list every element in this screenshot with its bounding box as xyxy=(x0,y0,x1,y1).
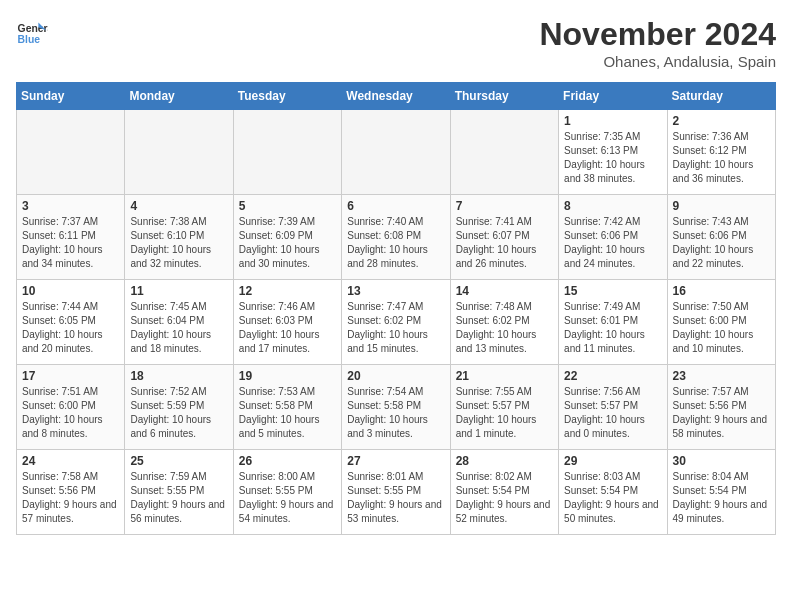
day-info: Sunrise: 7:57 AMSunset: 5:56 PMDaylight:… xyxy=(673,385,770,441)
day-number: 11 xyxy=(130,284,227,298)
col-header-sunday: Sunday xyxy=(17,83,125,110)
day-info: Sunrise: 7:46 AMSunset: 6:03 PMDaylight:… xyxy=(239,300,336,356)
day-number: 27 xyxy=(347,454,444,468)
day-info: Sunrise: 7:35 AMSunset: 6:13 PMDaylight:… xyxy=(564,130,661,186)
header-row: SundayMondayTuesdayWednesdayThursdayFrid… xyxy=(17,83,776,110)
calendar-cell: 10Sunrise: 7:44 AMSunset: 6:05 PMDayligh… xyxy=(17,280,125,365)
calendar-cell: 12Sunrise: 7:46 AMSunset: 6:03 PMDayligh… xyxy=(233,280,341,365)
col-header-friday: Friday xyxy=(559,83,667,110)
col-header-monday: Monday xyxy=(125,83,233,110)
day-info: Sunrise: 7:36 AMSunset: 6:12 PMDaylight:… xyxy=(673,130,770,186)
day-number: 6 xyxy=(347,199,444,213)
day-number: 20 xyxy=(347,369,444,383)
day-number: 7 xyxy=(456,199,553,213)
day-number: 23 xyxy=(673,369,770,383)
day-info: Sunrise: 7:40 AMSunset: 6:08 PMDaylight:… xyxy=(347,215,444,271)
calendar-cell: 29Sunrise: 8:03 AMSunset: 5:54 PMDayligh… xyxy=(559,450,667,535)
week-row-5: 24Sunrise: 7:58 AMSunset: 5:56 PMDayligh… xyxy=(17,450,776,535)
calendar-cell xyxy=(125,110,233,195)
day-number: 13 xyxy=(347,284,444,298)
day-number: 30 xyxy=(673,454,770,468)
calendar-cell xyxy=(342,110,450,195)
day-info: Sunrise: 8:03 AMSunset: 5:54 PMDaylight:… xyxy=(564,470,661,526)
day-number: 12 xyxy=(239,284,336,298)
calendar-cell: 18Sunrise: 7:52 AMSunset: 5:59 PMDayligh… xyxy=(125,365,233,450)
day-info: Sunrise: 7:50 AMSunset: 6:00 PMDaylight:… xyxy=(673,300,770,356)
day-number: 17 xyxy=(22,369,119,383)
day-number: 10 xyxy=(22,284,119,298)
week-row-3: 10Sunrise: 7:44 AMSunset: 6:05 PMDayligh… xyxy=(17,280,776,365)
day-number: 4 xyxy=(130,199,227,213)
calendar-cell: 2Sunrise: 7:36 AMSunset: 6:12 PMDaylight… xyxy=(667,110,775,195)
calendar-cell: 4Sunrise: 7:38 AMSunset: 6:10 PMDaylight… xyxy=(125,195,233,280)
calendar-cell: 16Sunrise: 7:50 AMSunset: 6:00 PMDayligh… xyxy=(667,280,775,365)
calendar-cell: 24Sunrise: 7:58 AMSunset: 5:56 PMDayligh… xyxy=(17,450,125,535)
logo: General Blue xyxy=(16,16,48,48)
day-number: 2 xyxy=(673,114,770,128)
day-number: 19 xyxy=(239,369,336,383)
week-row-1: 1Sunrise: 7:35 AMSunset: 6:13 PMDaylight… xyxy=(17,110,776,195)
calendar-cell xyxy=(17,110,125,195)
day-info: Sunrise: 7:55 AMSunset: 5:57 PMDaylight:… xyxy=(456,385,553,441)
day-number: 3 xyxy=(22,199,119,213)
day-info: Sunrise: 7:53 AMSunset: 5:58 PMDaylight:… xyxy=(239,385,336,441)
col-header-tuesday: Tuesday xyxy=(233,83,341,110)
day-info: Sunrise: 7:58 AMSunset: 5:56 PMDaylight:… xyxy=(22,470,119,526)
day-info: Sunrise: 8:01 AMSunset: 5:55 PMDaylight:… xyxy=(347,470,444,526)
calendar-table: SundayMondayTuesdayWednesdayThursdayFrid… xyxy=(16,82,776,535)
calendar-cell: 23Sunrise: 7:57 AMSunset: 5:56 PMDayligh… xyxy=(667,365,775,450)
day-info: Sunrise: 8:00 AMSunset: 5:55 PMDaylight:… xyxy=(239,470,336,526)
day-number: 25 xyxy=(130,454,227,468)
day-info: Sunrise: 8:02 AMSunset: 5:54 PMDaylight:… xyxy=(456,470,553,526)
day-number: 9 xyxy=(673,199,770,213)
month-title: November 2024 xyxy=(539,16,776,53)
calendar-cell xyxy=(233,110,341,195)
calendar-cell: 3Sunrise: 7:37 AMSunset: 6:11 PMDaylight… xyxy=(17,195,125,280)
calendar-cell: 25Sunrise: 7:59 AMSunset: 5:55 PMDayligh… xyxy=(125,450,233,535)
svg-text:Blue: Blue xyxy=(18,34,41,45)
week-row-4: 17Sunrise: 7:51 AMSunset: 6:00 PMDayligh… xyxy=(17,365,776,450)
calendar-cell: 1Sunrise: 7:35 AMSunset: 6:13 PMDaylight… xyxy=(559,110,667,195)
calendar-cell: 19Sunrise: 7:53 AMSunset: 5:58 PMDayligh… xyxy=(233,365,341,450)
calendar-cell: 15Sunrise: 7:49 AMSunset: 6:01 PMDayligh… xyxy=(559,280,667,365)
day-info: Sunrise: 7:38 AMSunset: 6:10 PMDaylight:… xyxy=(130,215,227,271)
calendar-cell: 7Sunrise: 7:41 AMSunset: 6:07 PMDaylight… xyxy=(450,195,558,280)
col-header-saturday: Saturday xyxy=(667,83,775,110)
calendar-cell: 26Sunrise: 8:00 AMSunset: 5:55 PMDayligh… xyxy=(233,450,341,535)
col-header-thursday: Thursday xyxy=(450,83,558,110)
page-header: General Blue November 2024 Ohanes, Andal… xyxy=(16,16,776,70)
day-number: 24 xyxy=(22,454,119,468)
calendar-cell: 14Sunrise: 7:48 AMSunset: 6:02 PMDayligh… xyxy=(450,280,558,365)
day-info: Sunrise: 7:44 AMSunset: 6:05 PMDaylight:… xyxy=(22,300,119,356)
day-info: Sunrise: 7:43 AMSunset: 6:06 PMDaylight:… xyxy=(673,215,770,271)
calendar-cell: 6Sunrise: 7:40 AMSunset: 6:08 PMDaylight… xyxy=(342,195,450,280)
day-number: 15 xyxy=(564,284,661,298)
calendar-cell: 13Sunrise: 7:47 AMSunset: 6:02 PMDayligh… xyxy=(342,280,450,365)
day-info: Sunrise: 7:37 AMSunset: 6:11 PMDaylight:… xyxy=(22,215,119,271)
title-block: November 2024 Ohanes, Andalusia, Spain xyxy=(539,16,776,70)
day-info: Sunrise: 7:42 AMSunset: 6:06 PMDaylight:… xyxy=(564,215,661,271)
day-info: Sunrise: 7:59 AMSunset: 5:55 PMDaylight:… xyxy=(130,470,227,526)
calendar-cell: 11Sunrise: 7:45 AMSunset: 6:04 PMDayligh… xyxy=(125,280,233,365)
day-number: 1 xyxy=(564,114,661,128)
day-number: 28 xyxy=(456,454,553,468)
logo-icon: General Blue xyxy=(16,16,48,48)
calendar-cell: 22Sunrise: 7:56 AMSunset: 5:57 PMDayligh… xyxy=(559,365,667,450)
day-info: Sunrise: 7:49 AMSunset: 6:01 PMDaylight:… xyxy=(564,300,661,356)
day-info: Sunrise: 7:39 AMSunset: 6:09 PMDaylight:… xyxy=(239,215,336,271)
calendar-cell: 9Sunrise: 7:43 AMSunset: 6:06 PMDaylight… xyxy=(667,195,775,280)
calendar-cell: 20Sunrise: 7:54 AMSunset: 5:58 PMDayligh… xyxy=(342,365,450,450)
day-info: Sunrise: 7:54 AMSunset: 5:58 PMDaylight:… xyxy=(347,385,444,441)
day-info: Sunrise: 7:51 AMSunset: 6:00 PMDaylight:… xyxy=(22,385,119,441)
day-number: 18 xyxy=(130,369,227,383)
day-info: Sunrise: 7:45 AMSunset: 6:04 PMDaylight:… xyxy=(130,300,227,356)
calendar-cell xyxy=(450,110,558,195)
day-number: 14 xyxy=(456,284,553,298)
day-number: 22 xyxy=(564,369,661,383)
calendar-cell: 8Sunrise: 7:42 AMSunset: 6:06 PMDaylight… xyxy=(559,195,667,280)
location: Ohanes, Andalusia, Spain xyxy=(539,53,776,70)
week-row-2: 3Sunrise: 7:37 AMSunset: 6:11 PMDaylight… xyxy=(17,195,776,280)
day-info: Sunrise: 7:56 AMSunset: 5:57 PMDaylight:… xyxy=(564,385,661,441)
calendar-cell: 30Sunrise: 8:04 AMSunset: 5:54 PMDayligh… xyxy=(667,450,775,535)
calendar-cell: 27Sunrise: 8:01 AMSunset: 5:55 PMDayligh… xyxy=(342,450,450,535)
